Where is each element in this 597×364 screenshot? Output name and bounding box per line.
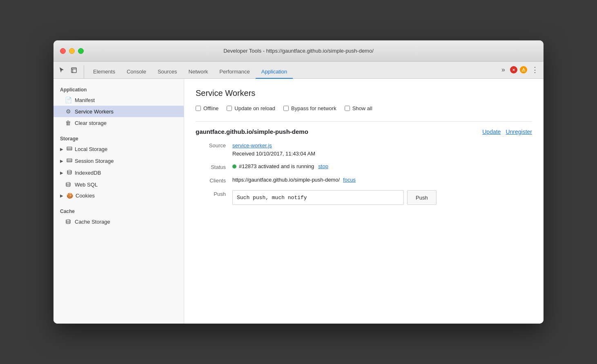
- received-text: Received 10/10/2017, 11:43:04 AM: [232, 151, 532, 157]
- clients-row: https://gauntface.github.io/simple-push-…: [232, 177, 532, 183]
- tab-application[interactable]: Application: [256, 65, 293, 79]
- sidebar-item-indexeddb[interactable]: ▶ IndexedDB: [53, 167, 184, 179]
- close-button[interactable]: [60, 48, 66, 54]
- manifest-icon: 📄: [65, 97, 71, 103]
- more-options-button[interactable]: ⋮: [530, 64, 540, 75]
- svg-point-7: [67, 170, 71, 172]
- offline-checkbox[interactable]: [196, 106, 201, 111]
- checkboxes-row: Offline Update on reload Bypass for netw…: [196, 105, 532, 111]
- push-input[interactable]: [232, 190, 404, 205]
- checkbox-update-on-reload[interactable]: Update on reload: [227, 105, 275, 111]
- sidebar-section-cache: Cache: [53, 205, 184, 216]
- service-workers-icon: ⚙: [65, 108, 71, 115]
- push-row: Push: [232, 190, 532, 205]
- worker-header: gauntface.github.io/simple-push-demo Upd…: [196, 128, 532, 135]
- maximize-button[interactable]: [78, 48, 84, 54]
- checkbox-offline[interactable]: Offline: [196, 105, 218, 111]
- focus-link[interactable]: focus: [343, 177, 356, 183]
- push-button[interactable]: Push: [407, 190, 437, 205]
- sidebar-label-manifest: Manifest: [75, 97, 95, 103]
- tab-console[interactable]: Console: [121, 65, 152, 79]
- tabs-bar: Elements Console Sources Network Perform…: [87, 65, 499, 78]
- sidebar-item-web-sql[interactable]: Web SQL: [53, 179, 184, 190]
- tab-elements[interactable]: Elements: [87, 65, 121, 79]
- session-storage-icon: [67, 158, 72, 164]
- sidebar-section-application: Application: [53, 84, 184, 94]
- status-text: #12873 activated and is running: [239, 163, 314, 169]
- bypass-for-network-checkbox[interactable]: [283, 106, 289, 111]
- show-all-checkbox[interactable]: [345, 106, 350, 111]
- source-label: Source: [196, 142, 232, 149]
- offline-label: Offline: [203, 105, 218, 111]
- worker-origin: gauntface.github.io/simple-push-demo: [196, 128, 308, 135]
- sidebar-item-cache-storage[interactable]: Cache Storage: [53, 216, 184, 227]
- devtools-window: Developer Tools - https://gauntface.gith…: [53, 40, 544, 324]
- svg-rect-4: [67, 159, 72, 162]
- sidebar-item-session-storage[interactable]: ▶ Session Storage: [53, 155, 184, 167]
- sidebar-label-indexeddb: IndexedDB: [75, 170, 101, 176]
- local-storage-icon: [67, 146, 72, 153]
- panel-title: Service Workers: [196, 89, 532, 98]
- svg-point-8: [66, 182, 70, 184]
- sidebar-item-service-workers[interactable]: ⚙ Service Workers: [53, 106, 184, 117]
- sidebar-item-manifest[interactable]: 📄 Manifest: [53, 94, 184, 106]
- update-link[interactable]: Update: [482, 129, 501, 135]
- tab-network[interactable]: Network: [183, 65, 214, 79]
- stop-link[interactable]: stop: [318, 163, 328, 169]
- indexeddb-icon: [67, 169, 72, 176]
- minimize-button[interactable]: [69, 48, 75, 54]
- title-bar: Developer Tools - https://gauntface.gith…: [53, 40, 544, 62]
- sidebar-item-local-storage[interactable]: ▶ Local Storage: [53, 143, 184, 155]
- toolbar: Elements Console Sources Network Perform…: [53, 62, 544, 79]
- sidebar-label-web-sql: Web SQL: [75, 182, 98, 188]
- session-storage-expand-icon: ▶: [60, 159, 64, 163]
- status-row: #12873 activated and is running stop: [232, 163, 532, 169]
- checkbox-bypass-for-network[interactable]: Bypass for network: [283, 105, 336, 111]
- unregister-link[interactable]: Unregister: [506, 129, 532, 135]
- main-content: Application 📄 Manifest ⚙ Service Workers…: [53, 79, 544, 324]
- update-on-reload-checkbox[interactable]: [227, 106, 232, 111]
- cursor-icon[interactable]: [57, 65, 67, 75]
- bypass-for-network-label: Bypass for network: [291, 105, 336, 111]
- tab-sources[interactable]: Sources: [152, 65, 183, 79]
- sidebar-label-session-storage: Session Storage: [75, 158, 114, 164]
- main-panel: Service Workers Offline Update on reload…: [184, 79, 544, 324]
- checkbox-show-all[interactable]: Show all: [345, 105, 372, 111]
- inspect-icon[interactable]: [69, 65, 79, 75]
- cookies-expand-icon: ▶: [60, 193, 64, 198]
- source-file-link[interactable]: service-worker.js: [232, 142, 272, 149]
- indexeddb-expand-icon: ▶: [60, 171, 64, 175]
- tab-performance[interactable]: Performance: [214, 65, 255, 79]
- source-value: service-worker.js Received 10/10/2017, 1…: [232, 142, 532, 157]
- svg-rect-1: [67, 147, 72, 150]
- cookies-icon: 🍪: [67, 193, 73, 199]
- worker-entry: gauntface.github.io/simple-push-demo Upd…: [196, 121, 532, 205]
- worker-actions: Update Unregister: [482, 129, 532, 135]
- sidebar-item-clear-storage[interactable]: 🗑 Clear storage: [53, 117, 184, 129]
- clear-storage-icon: 🗑: [65, 120, 71, 126]
- svg-point-9: [66, 220, 70, 221]
- traffic-lights: [60, 48, 84, 54]
- more-tabs-button[interactable]: »: [499, 65, 508, 74]
- sidebar-item-cookies[interactable]: ▶ 🍪 Cookies: [53, 190, 184, 201]
- status-label: Status: [196, 163, 232, 170]
- show-all-label: Show all: [352, 105, 372, 111]
- local-storage-expand-icon: ▶: [60, 147, 64, 151]
- error-badge: ×: [510, 66, 517, 73]
- clients-label: Clients: [196, 177, 232, 184]
- window-title: Developer Tools - https://gauntface.gith…: [223, 48, 374, 54]
- sidebar-label-local-storage: Local Storage: [75, 146, 107, 152]
- sidebar-label-cache-storage: Cache Storage: [75, 219, 110, 225]
- warning-badge: ⚠: [520, 66, 527, 73]
- worker-details: Source service-worker.js Received 10/10/…: [196, 142, 532, 205]
- update-on-reload-label: Update on reload: [234, 105, 275, 111]
- svg-rect-0: [71, 68, 76, 73]
- push-label: Push: [196, 190, 232, 197]
- cache-storage-icon: [65, 218, 71, 225]
- status-dot: [232, 164, 236, 169]
- sidebar: Application 📄 Manifest ⚙ Service Workers…: [53, 79, 184, 324]
- sidebar-section-storage: Storage: [53, 133, 184, 143]
- sidebar-label-service-workers: Service Workers: [75, 109, 114, 115]
- clients-url: https://gauntface.github.io/simple-push-…: [232, 177, 340, 183]
- web-sql-icon: [65, 181, 71, 188]
